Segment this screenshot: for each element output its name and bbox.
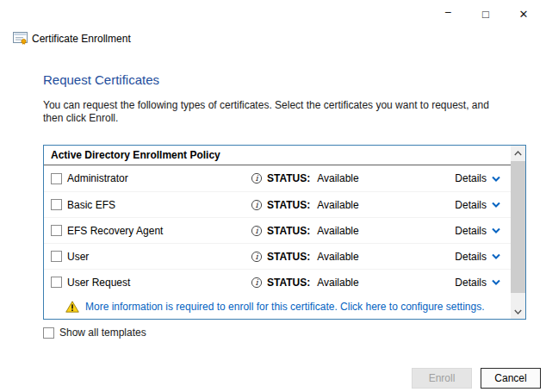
details-label: Details (455, 199, 487, 211)
certificate-name: User Request (67, 277, 251, 289)
basic-efs-checkbox[interactable] (51, 199, 62, 210)
certificate-name: Basic EFS (67, 199, 251, 211)
chevron-down-icon (492, 202, 500, 208)
status-label: STATUS: (267, 251, 310, 263)
show-all-templates[interactable]: Show all templates (43, 327, 146, 339)
chevron-down-icon (492, 176, 500, 182)
chevron-down-icon (492, 279, 500, 285)
status-value: Available (317, 277, 358, 289)
list-scrollbar[interactable] (511, 146, 525, 319)
status-label: STATUS: (267, 225, 310, 237)
certificate-icon (13, 32, 28, 45)
details-label: Details (455, 172, 487, 184)
scroll-down-button[interactable] (511, 304, 525, 319)
info-icon: i (251, 277, 263, 289)
user-request-checkbox[interactable] (51, 277, 62, 288)
chevron-up-icon (514, 151, 522, 156)
certificate-row-efs-recovery-agent[interactable]: EFS Recovery Agent i STATUS: Available D… (44, 217, 511, 243)
minimize-button[interactable]: − (429, 3, 467, 24)
details-label: Details (455, 277, 487, 289)
details-expander[interactable]: Details (455, 277, 500, 289)
status-group: i STATUS: Available (251, 277, 359, 289)
policy-group-header[interactable]: Active Directory Enrollment Policy (44, 146, 511, 165)
info-icon: i (251, 172, 263, 184)
info-icon: i (251, 225, 263, 237)
certificate-row-basic-efs[interactable]: Basic EFS i STATUS: Available Details (44, 191, 511, 217)
show-all-templates-label: Show all templates (59, 327, 146, 339)
info-icon: i (251, 251, 263, 263)
details-expander[interactable]: Details (455, 225, 500, 237)
show-all-templates-checkbox[interactable] (43, 327, 54, 339)
chevron-down-icon (514, 309, 522, 314)
footer-buttons: Enroll Cancel (412, 368, 541, 389)
status-group: i STATUS: Available (251, 225, 359, 237)
details-expander[interactable]: Details (455, 172, 500, 184)
scrollbar-thumb[interactable] (511, 161, 525, 293)
app-header: Certificate Enrollment (13, 32, 131, 45)
app-title: Certificate Enrollment (32, 33, 131, 45)
enroll-button[interactable]: Enroll (412, 368, 472, 389)
info-icon: i (251, 199, 263, 211)
certificate-row-administrator[interactable]: Administrator i STATUS: Available Detail… (44, 165, 511, 191)
status-group: i STATUS: Available (251, 199, 359, 211)
svg-text:i: i (255, 173, 258, 183)
window-controls: − □ ✕ (429, 3, 543, 24)
certificate-name: User (67, 251, 251, 263)
status-value: Available (317, 199, 358, 211)
administrator-checkbox[interactable] (51, 173, 62, 184)
certificate-name: Administrator (67, 172, 251, 184)
status-label: STATUS: (267, 199, 310, 211)
scroll-up-button[interactable] (511, 146, 525, 160)
certificate-enrollment-window: { "window": { "app_title": "Certificate … (0, 0, 546, 392)
close-icon: ✕ (519, 8, 529, 21)
status-label: STATUS: (267, 277, 310, 289)
status-value: Available (317, 225, 358, 237)
certificate-list: Active Directory Enrollment Policy Admin… (43, 145, 526, 320)
page-title: Request Certificates (43, 72, 159, 87)
status-label: STATUS: (267, 172, 310, 184)
certificate-rows: Administrator i STATUS: Available Detail… (44, 165, 511, 295)
chevron-down-icon (492, 227, 500, 233)
details-expander[interactable]: Details (455, 199, 500, 211)
cancel-button[interactable]: Cancel (481, 368, 541, 389)
configure-settings-link[interactable]: More information is required to enroll f… (85, 301, 485, 313)
certificate-name: EFS Recovery Agent (67, 225, 251, 237)
status-group: i STATUS: Available (251, 172, 359, 184)
svg-text:i: i (255, 252, 258, 261)
svg-text:i: i (255, 226, 258, 235)
close-button[interactable]: ✕ (505, 3, 543, 24)
status-group: i STATUS: Available (251, 251, 359, 263)
maximize-icon: □ (482, 8, 489, 21)
details-label: Details (455, 251, 487, 263)
warning-icon (65, 301, 79, 313)
status-value: Available (317, 251, 358, 263)
more-information-row: More information is required to enroll f… (44, 295, 511, 319)
details-expander[interactable]: Details (455, 251, 500, 263)
svg-text:i: i (255, 277, 258, 287)
svg-text:i: i (255, 200, 258, 209)
efs-recovery-agent-checkbox[interactable] (51, 225, 62, 236)
user-checkbox[interactable] (51, 251, 62, 262)
page-description: You can request the following types of c… (43, 99, 505, 125)
certificate-row-user[interactable]: User i STATUS: Available Details (44, 243, 511, 269)
chevron-down-icon (492, 253, 500, 259)
status-value: Available (317, 172, 358, 184)
maximize-button[interactable]: □ (467, 3, 505, 24)
minimize-icon: − (444, 5, 451, 19)
details-label: Details (455, 225, 487, 237)
certificate-row-user-request[interactable]: User Request i STATUS: Available Details (44, 269, 511, 295)
